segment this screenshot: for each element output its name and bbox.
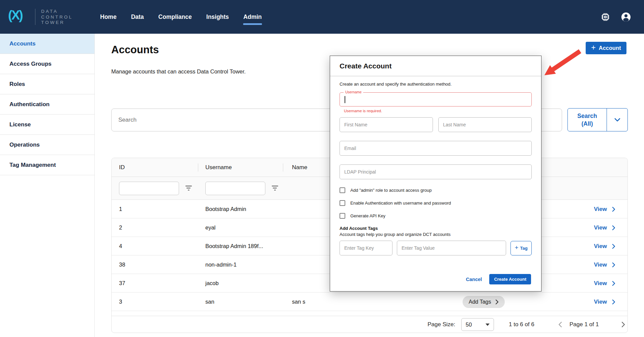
- chevron-right-icon: [621, 321, 625, 328]
- cell-username: eyal: [205, 218, 215, 237]
- add-tags-button[interactable]: Add Tags: [463, 296, 505, 308]
- checkbox-label: Enable Authentication with username and …: [350, 201, 451, 206]
- page-size-select[interactable]: 50: [461, 318, 494, 331]
- sidebar-item-tag-management[interactable]: Tag Management: [0, 155, 94, 175]
- chevron-left-icon: [558, 321, 562, 328]
- pagination-bar: Page Size: 50 1 to 6 of 6 Page 1 of 1: [112, 316, 627, 333]
- checkbox-row: Generate API Key: [340, 213, 532, 219]
- nav-item-insights[interactable]: Insights: [206, 11, 229, 23]
- filter-icon[interactable]: [271, 186, 278, 191]
- chevron-right-icon: [612, 207, 615, 212]
- create-account-submit-button[interactable]: Create Account: [489, 274, 531, 284]
- email-field[interactable]: [340, 141, 532, 156]
- next-page-button[interactable]: [621, 316, 625, 333]
- sidebar-item-license[interactable]: License: [0, 115, 94, 135]
- tag-key-field[interactable]: [340, 241, 392, 255]
- previous-page-button[interactable]: [558, 316, 562, 333]
- cancel-button[interactable]: Cancel: [466, 277, 482, 282]
- username-field[interactable]: Username: [340, 92, 532, 106]
- view-link[interactable]: View: [594, 243, 607, 250]
- modal-description: Create an account and specify the authen…: [340, 82, 532, 87]
- nav-item-data[interactable]: Data: [131, 11, 144, 23]
- modal-title: Create Account: [340, 62, 391, 70]
- checkbox[interactable]: [340, 213, 345, 219]
- nav-item-home[interactable]: Home: [100, 11, 117, 23]
- view-link[interactable]: View: [594, 206, 607, 213]
- plus-icon: +: [591, 43, 595, 52]
- dct-logo-icon[interactable]: (X): [8, 8, 22, 23]
- cell-id: 1: [119, 200, 122, 218]
- add-account-tags-heading: Add Account Tags: [340, 226, 532, 231]
- text-caret: [345, 96, 345, 103]
- view-link[interactable]: View: [594, 299, 607, 305]
- cell-id: 4: [119, 237, 122, 255]
- checkbox[interactable]: [340, 200, 345, 206]
- column-header-username[interactable]: Username: [205, 158, 232, 177]
- chevron-right-icon: [612, 225, 615, 231]
- username-error: Username is required.: [344, 109, 532, 113]
- tag-value-field[interactable]: [397, 241, 506, 255]
- ldap-principal-field[interactable]: [340, 164, 532, 179]
- chevron-right-icon: [612, 299, 615, 305]
- top-nav: (X) DATA CONTROL TOWER HomeDataComplianc…: [0, 0, 644, 34]
- caret-down-icon: [486, 324, 490, 326]
- create-account-modal: Create Account Create an account and spe…: [330, 56, 541, 292]
- chevron-right-icon: [495, 299, 499, 305]
- sidebar-item-roles[interactable]: Roles: [0, 74, 94, 94]
- last-name-field[interactable]: [438, 117, 532, 132]
- cell-id: 3: [119, 293, 122, 311]
- logo-divider: [35, 9, 35, 25]
- cell-username: san: [205, 293, 214, 311]
- search-all-button[interactable]: Search (All): [568, 109, 607, 131]
- checkbox-label: Add "admin" role to account access group: [350, 188, 432, 193]
- checkbox[interactable]: [340, 187, 345, 193]
- logo-wordmark: DATA CONTROL TOWER: [41, 9, 73, 26]
- page-subtitle: Manage accounts that can access Data Con…: [111, 68, 246, 75]
- column-separator[interactable]: [283, 163, 283, 172]
- cell-username: Bootstrap Admin 189f...: [205, 237, 263, 255]
- chevron-down-icon: [614, 118, 620, 122]
- logo-line-2: CONTROL: [41, 14, 73, 20]
- nav-item-admin[interactable]: Admin: [243, 11, 262, 23]
- account-circle-icon[interactable]: [621, 12, 631, 22]
- modal-checkboxes: Add "admin" role to account access group…: [340, 187, 532, 219]
- search-options-dropdown[interactable]: [607, 109, 627, 131]
- column-separator[interactable]: [198, 163, 198, 172]
- cell-id: 2: [119, 218, 122, 237]
- sidebar-item-accounts[interactable]: Accounts: [0, 34, 94, 54]
- page-title: Accounts: [111, 44, 159, 56]
- filter-icon[interactable]: [185, 186, 192, 191]
- add-tag-button[interactable]: + Tag: [510, 241, 532, 255]
- settings-chip-icon[interactable]: [600, 12, 611, 22]
- logo-line-3: TOWER: [41, 20, 73, 26]
- column-header-id[interactable]: ID: [119, 158, 125, 177]
- cell-username: jacob: [205, 274, 218, 293]
- sidebar-item-operations[interactable]: Operations: [0, 135, 94, 155]
- app-root: (X) DATA CONTROL TOWER HomeDataComplianc…: [0, 0, 644, 337]
- page-size-label: Page Size:: [428, 316, 455, 333]
- modal-header: Create Account: [330, 56, 541, 76]
- table-row: 3sansan sAdd TagsView: [112, 293, 627, 311]
- username-filter-input[interactable]: [205, 182, 265, 195]
- nav-links: HomeDataComplianceInsightsAdmin: [100, 0, 262, 34]
- checkbox-row: Enable Authentication with username and …: [340, 200, 532, 206]
- nav-icons: [600, 0, 631, 34]
- modal-body: Create an account and specify the authen…: [330, 76, 541, 255]
- cell-id: 37: [119, 274, 125, 293]
- chevron-right-icon: [612, 262, 615, 268]
- view-link[interactable]: View: [594, 262, 607, 268]
- view-link[interactable]: View: [594, 224, 607, 231]
- logo-line-1: DATA: [41, 9, 73, 14]
- row-range-label: 1 to 6 of 6: [509, 316, 534, 333]
- column-header-name[interactable]: Name: [292, 158, 307, 177]
- sidebar-item-access-groups[interactable]: Access Groups: [0, 54, 94, 74]
- first-name-field[interactable]: [340, 117, 433, 132]
- sidebar-item-authentication[interactable]: Authentication: [0, 94, 94, 115]
- id-filter-input[interactable]: [119, 182, 179, 195]
- page-indicator: Page 1 of 1: [569, 316, 599, 333]
- add-account-button[interactable]: + Account: [586, 42, 626, 54]
- nav-item-compliance[interactable]: Compliance: [158, 11, 192, 23]
- add-account-tags-subheading: Account tags help you group and organize…: [340, 232, 532, 237]
- view-link[interactable]: View: [594, 280, 607, 287]
- checkbox-label: Generate API Key: [350, 213, 385, 218]
